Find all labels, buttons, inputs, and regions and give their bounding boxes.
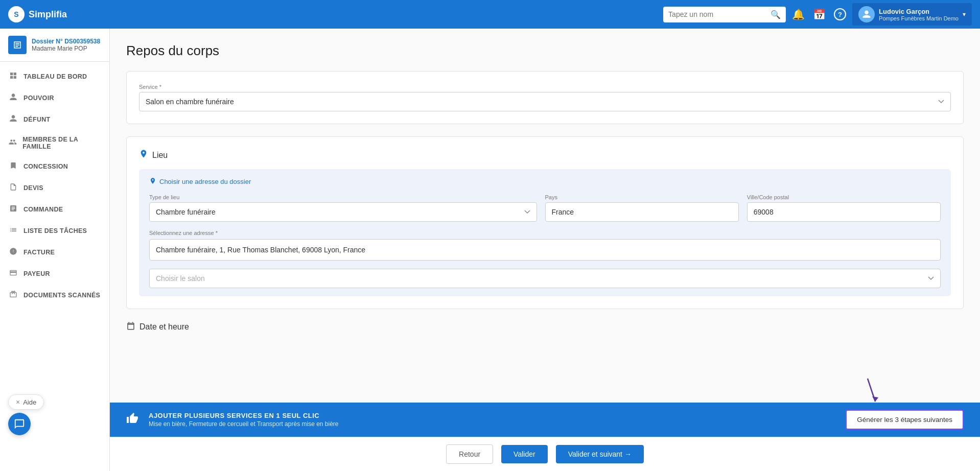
sidebar-item-devis[interactable]: DEVIS	[0, 177, 109, 199]
search-input[interactable]	[668, 10, 766, 18]
generer-button[interactable]: Générer les 3 étapes suivantes	[846, 410, 964, 430]
type-lieu-select[interactable]: Chambre funéraire Domicile Autre	[149, 202, 537, 222]
thumbs-up-icon	[126, 412, 138, 428]
lieu-box: Choisir une adresse du dossier Type de l…	[139, 169, 951, 296]
promo-bar: AJOUTER PLUSIEURS SERVICES EN 1 SEUL CLI…	[110, 403, 980, 437]
action-bar: Retour Valider Valider et suivant →	[110, 437, 980, 440]
user-section[interactable]: Ludovic Garçon Pompes Funèbres Martin De…	[852, 3, 972, 26]
service-select-wrapper: Salon en chambre funéraire Domicile Autr…	[139, 92, 951, 111]
ville-label: Ville/Code postal	[747, 194, 941, 200]
lieu-section: Lieu Choisir une adresse du dossier Type…	[126, 136, 964, 309]
payeur-icon	[8, 269, 18, 279]
documents-scannes-icon	[8, 290, 18, 300]
dossier-header: Dossier N° DS00359538 Madame Marie POP	[0, 29, 109, 62]
lieu-heading-text: Lieu	[152, 151, 168, 160]
help-icon[interactable]: ?	[834, 8, 846, 20]
membres-famille-icon	[8, 138, 17, 148]
promo-description: Mise en bière, Fermeture de cercueil et …	[149, 420, 835, 428]
salon-select[interactable]: Choisir le salon	[149, 269, 941, 288]
sidebar-label-membres-famille: MEMBRES DE LA FAMILLE	[22, 136, 101, 150]
sidebar-label-documents-scannes: DOCUMENTS SCANNÉS	[24, 292, 100, 299]
lieu-heading: Lieu	[139, 149, 951, 161]
promo-text: AJOUTER PLUSIEURS SERVICES EN 1 SEUL CLI…	[149, 412, 835, 428]
top-navigation: S Simplifia 🔍 🔔 📅 ? Ludovic Garçon Pompe…	[0, 0, 980, 29]
sidebar-label-facture: FACTURE	[24, 249, 55, 256]
nav-icons: 🔔 📅 ?	[792, 8, 846, 20]
user-info: Ludovic Garçon Pompes Funèbres Martin De…	[879, 8, 959, 21]
logo-icon: S	[8, 6, 25, 22]
calendar-icon[interactable]: 📅	[813, 8, 826, 20]
service-label: Service *	[139, 84, 951, 90]
promo-title: AJOUTER PLUSIEURS SERVICES EN 1 SEUL CLI…	[149, 412, 835, 419]
app-name: Simplifia	[29, 9, 67, 20]
sidebar-item-commande[interactable]: COMMANDE	[0, 199, 109, 220]
pin-icon	[149, 177, 156, 186]
type-lieu-col: Type de lieu Chambre funéraire Domicile …	[149, 194, 537, 222]
avatar	[858, 6, 875, 22]
tableau-de-bord-icon	[8, 72, 18, 82]
concession-icon	[8, 161, 18, 172]
bell-icon[interactable]: 🔔	[792, 8, 805, 20]
sidebar-label-commande: COMMANDE	[24, 206, 63, 213]
dossier-info: Dossier N° DS00359538 Madame Marie POP	[32, 38, 100, 52]
main-content: Repos du corps Service * Salon en chambr…	[110, 29, 980, 440]
ville-col: Ville/Code postal	[747, 194, 941, 222]
sidebar-label-defunt: DÉFUNT	[24, 116, 51, 123]
sidebar-item-liste-taches[interactable]: LISTE DES TÂCHES	[0, 220, 109, 242]
app-logo: S Simplifia	[8, 6, 657, 22]
sidebar-label-liste-taches: LISTE DES TÂCHES	[24, 227, 87, 234]
sidebar-item-membres-famille[interactable]: MEMBRES DE LA FAMILLE	[0, 130, 109, 156]
sidebar-nav: TABLEAU DE BORD POUVOIR DÉFUNT MEMBRES D…	[0, 62, 109, 310]
devis-icon	[8, 183, 18, 193]
chevron-down-icon: ▾	[963, 11, 966, 18]
commande-icon	[8, 204, 18, 215]
pays-label: Pays	[545, 194, 739, 200]
type-lieu-select-wrapper: Chambre funéraire Domicile Autre	[149, 202, 537, 222]
date-heure-heading: Date et heure	[126, 321, 964, 333]
type-lieu-label: Type de lieu	[149, 194, 537, 200]
user-company: Pompes Funèbres Martin Demo	[879, 15, 959, 21]
calendar-small-icon	[126, 321, 135, 333]
date-heure-text: Date et heure	[139, 322, 189, 332]
close-icon[interactable]: ×	[16, 398, 20, 406]
sidebar-item-documents-scannes[interactable]: DOCUMENTS SCANNÉS	[0, 285, 109, 306]
sidebar-item-tableau-de-bord[interactable]: TABLEAU DE BORD	[0, 66, 109, 87]
page-footer: AJOUTER PLUSIEURS SERVICES EN 1 SEUL CLI…	[110, 403, 980, 440]
pouvoir-icon	[8, 93, 18, 103]
sidebar-label-devis: DEVIS	[24, 184, 43, 192]
location-icon	[139, 149, 148, 161]
chat-button[interactable]	[8, 413, 31, 435]
pays-col: Pays	[545, 194, 739, 222]
defunt-icon	[8, 114, 18, 125]
adresse-field: Chambre funéraire, 1, Rue Thomas Blanche…	[149, 239, 941, 261]
choisir-adresse[interactable]: Choisir une adresse du dossier	[149, 177, 941, 186]
dossier-client: Madame Marie POP	[32, 45, 100, 52]
facture-icon	[8, 247, 18, 257]
sidebar-label-concession: CONCESSION	[24, 163, 68, 170]
choisir-adresse-text: Choisir une adresse du dossier	[159, 178, 251, 185]
user-name: Ludovic Garçon	[879, 8, 959, 15]
salon-select-wrapper: Choisir le salon	[149, 269, 941, 288]
search-container: 🔍	[663, 7, 786, 22]
pays-input[interactable]	[545, 202, 739, 222]
dossier-number: Dossier N° DS00359538	[32, 38, 100, 45]
adresse-label: Sélectionnez une adresse *	[149, 230, 941, 236]
dossier-icon	[8, 36, 27, 54]
sidebar-item-concession[interactable]: CONCESSION	[0, 156, 109, 177]
sidebar-label-payeur: PAYEUR	[24, 270, 50, 277]
service-section: Service * Salon en chambre funéraire Dom…	[126, 71, 964, 124]
page-title: Repos du corps	[126, 43, 964, 59]
sidebar-label-tableau-de-bord: TABLEAU DE BORD	[24, 73, 87, 80]
sidebar-item-pouvoir[interactable]: POUVOIR	[0, 87, 109, 109]
sidebar-item-facture[interactable]: FACTURE	[0, 242, 109, 263]
lieu-fields-row: Type de lieu Chambre funéraire Domicile …	[149, 194, 941, 222]
ville-input[interactable]	[747, 202, 941, 222]
help-widget: × Aide	[8, 394, 44, 410]
sidebar-item-payeur[interactable]: PAYEUR	[0, 263, 109, 285]
liste-taches-icon	[8, 226, 18, 236]
sidebar-item-defunt[interactable]: DÉFUNT	[0, 109, 109, 130]
service-select[interactable]: Salon en chambre funéraire Domicile Autr…	[139, 92, 951, 111]
aide-bubble[interactable]: × Aide	[8, 394, 44, 410]
sidebar-label-pouvoir: POUVOIR	[24, 95, 54, 102]
aide-label: Aide	[23, 398, 36, 406]
